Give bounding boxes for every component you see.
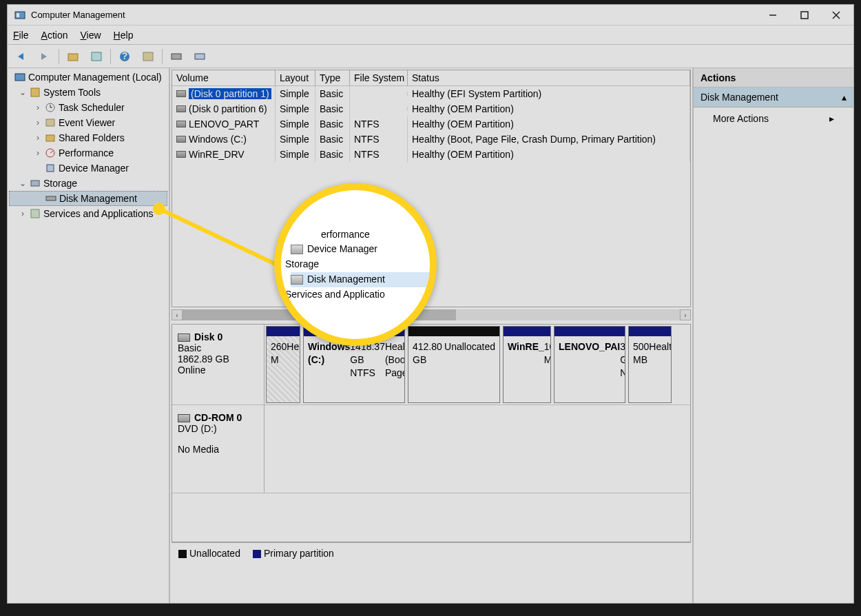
svg-rect-13 bbox=[172, 54, 181, 59]
titlebar: Computer Management bbox=[8, 5, 853, 25]
svg-rect-1 bbox=[17, 13, 19, 17]
volume-icon bbox=[176, 136, 186, 143]
volume-row[interactable]: LENOVO_PART SimpleBasicNTFSHealthy (OEM … bbox=[172, 116, 690, 132]
disk0-info: Disk 0 Basic 1862.89 GB Online bbox=[172, 325, 264, 404]
toolbar: ? bbox=[8, 45, 853, 68]
menu-view[interactable]: View bbox=[81, 30, 101, 41]
scroll-left-icon[interactable]: ‹ bbox=[172, 309, 183, 320]
legend-primary: Primary partition bbox=[253, 548, 334, 559]
svg-rect-26 bbox=[46, 196, 56, 201]
col-type[interactable]: Type bbox=[315, 70, 350, 85]
svg-marker-7 bbox=[41, 53, 47, 60]
col-fs[interactable]: File System bbox=[350, 70, 408, 85]
tree-root[interactable]: Computer Management (Local) bbox=[9, 70, 167, 85]
svg-rect-25 bbox=[31, 181, 39, 186]
app-window: Computer Management File Action View Hel… bbox=[7, 4, 854, 604]
partition[interactable]: WinRE_1000 MIHealthy bbox=[503, 326, 551, 403]
cdrom-empty bbox=[264, 405, 690, 493]
tree-services-apps[interactable]: ›Services and Applications bbox=[9, 206, 167, 221]
volume-icon bbox=[176, 151, 186, 158]
close-button[interactable] bbox=[820, 5, 852, 25]
refresh-disks-icon[interactable] bbox=[167, 48, 186, 65]
maximize-button[interactable] bbox=[789, 5, 820, 25]
forward-button[interactable] bbox=[35, 48, 54, 65]
tree-shared-folders[interactable]: ›Shared Folders bbox=[9, 130, 167, 145]
window-title: Computer Management bbox=[31, 10, 757, 20]
cdrom-row[interactable]: CD-ROM 0 DVD (D:) No Media bbox=[172, 405, 690, 493]
horizontal-scrollbar[interactable]: ‹ › bbox=[172, 309, 691, 321]
svg-rect-21 bbox=[46, 135, 54, 141]
disk0-partitions: 260 MHealtWindows (C:)1418.37 GB NTFSHea… bbox=[264, 325, 690, 404]
partition[interactable]: 500 MBHealthy bbox=[628, 326, 672, 403]
volume-icon bbox=[176, 90, 186, 97]
tree-system-tools[interactable]: ⌄System Tools bbox=[9, 85, 167, 100]
cdrom-info: CD-ROM 0 DVD (D:) No Media bbox=[172, 405, 264, 493]
menubar: File Action View Help bbox=[8, 25, 853, 45]
nav-tree[interactable]: Computer Management (Local) ⌄System Tool… bbox=[8, 68, 170, 603]
legend-unallocated: Unallocated bbox=[178, 548, 240, 559]
actions-section[interactable]: Disk Management▴ bbox=[694, 88, 853, 107]
svg-rect-3 bbox=[801, 12, 808, 19]
partition[interactable]: LENOVO_PAI30.00 GB NTFHealthy (OEM bbox=[554, 326, 625, 403]
partition[interactable]: 260 MHealt bbox=[266, 326, 300, 403]
volume-icon bbox=[176, 105, 186, 112]
svg-rect-24 bbox=[47, 165, 54, 172]
svg-rect-20 bbox=[46, 119, 54, 126]
tree-event-viewer[interactable]: ›Event Viewer bbox=[9, 115, 167, 130]
volume-row[interactable]: Windows (C:) SimpleBasicNTFSHealthy (Boo… bbox=[172, 132, 690, 147]
tree-storage[interactable]: ⌄Storage bbox=[9, 176, 167, 191]
volume-row[interactable]: (Disk 0 partition 1) SimpleBasicHealthy … bbox=[172, 86, 690, 101]
menu-file[interactable]: File bbox=[13, 30, 29, 41]
callout-dot bbox=[153, 203, 165, 215]
chevron-right-icon: ▸ bbox=[829, 113, 834, 124]
scroll-track[interactable] bbox=[183, 309, 680, 320]
svg-rect-9 bbox=[92, 52, 101, 61]
minimize-button[interactable] bbox=[757, 5, 789, 25]
scroll-right-icon[interactable]: › bbox=[680, 309, 691, 320]
svg-rect-16 bbox=[31, 88, 39, 96]
volume-row[interactable]: (Disk 0 partition 6) SimpleBasicHealthy … bbox=[172, 101, 690, 116]
collapse-icon[interactable]: ▴ bbox=[842, 92, 847, 103]
tree-disk-management[interactable]: Disk Management bbox=[9, 191, 167, 206]
partition[interactable]: Windows (C:)1418.37 GB NTFSHealthy (Boot… bbox=[303, 326, 405, 403]
app-icon bbox=[14, 10, 25, 21]
actions-more[interactable]: More Actions▸ bbox=[694, 107, 853, 130]
volume-icon bbox=[176, 121, 186, 127]
volume-row[interactable]: WinRE_DRV SimpleBasicNTFSHealthy (OEM Pa… bbox=[172, 147, 690, 162]
disk-settings-icon[interactable] bbox=[190, 48, 209, 65]
legend: Unallocated Primary partition bbox=[172, 542, 691, 563]
partition[interactable]: 412.80 GBUnallocated bbox=[408, 326, 500, 403]
volume-header-row[interactable]: Volume Layout Type File System Status bbox=[172, 70, 690, 86]
tree-device-manager[interactable]: Device Manager bbox=[9, 161, 167, 176]
menu-help[interactable]: Help bbox=[114, 30, 134, 41]
svg-rect-14 bbox=[195, 54, 205, 59]
back-button[interactable] bbox=[12, 48, 31, 65]
disk0-row[interactable]: Disk 0 Basic 1862.89 GB Online 260 MHeal… bbox=[172, 325, 690, 405]
svg-rect-8 bbox=[68, 54, 78, 61]
svg-marker-6 bbox=[18, 53, 23, 60]
actions-pane: Actions Disk Management▴ More Actions▸ bbox=[694, 68, 853, 603]
col-volume[interactable]: Volume bbox=[172, 70, 276, 85]
cdrom-icon bbox=[178, 414, 190, 422]
disk-graphic-pane: Disk 0 Basic 1862.89 GB Online 260 MHeal… bbox=[172, 324, 691, 542]
help-icon[interactable]: ? bbox=[115, 48, 134, 65]
col-layout[interactable]: Layout bbox=[276, 70, 315, 85]
view-mode-icon[interactable] bbox=[138, 48, 158, 65]
scroll-thumb[interactable] bbox=[183, 309, 456, 320]
col-status[interactable]: Status bbox=[408, 70, 690, 85]
volume-list[interactable]: Volume Layout Type File System Status (D… bbox=[172, 70, 691, 307]
svg-rect-12 bbox=[143, 52, 153, 61]
tree-task-scheduler[interactable]: ›Task Scheduler bbox=[9, 100, 167, 115]
menu-action[interactable]: Action bbox=[41, 30, 68, 41]
svg-rect-15 bbox=[15, 74, 25, 81]
actions-title: Actions bbox=[694, 68, 853, 88]
tree-performance[interactable]: ›Performance bbox=[9, 145, 167, 161]
up-folder-icon[interactable] bbox=[63, 48, 83, 65]
svg-rect-27 bbox=[31, 209, 39, 218]
disk-icon bbox=[178, 333, 190, 342]
properties-icon[interactable] bbox=[87, 48, 106, 65]
center-pane: Volume Layout Type File System Status (D… bbox=[170, 68, 694, 603]
svg-text:?: ? bbox=[122, 50, 128, 61]
